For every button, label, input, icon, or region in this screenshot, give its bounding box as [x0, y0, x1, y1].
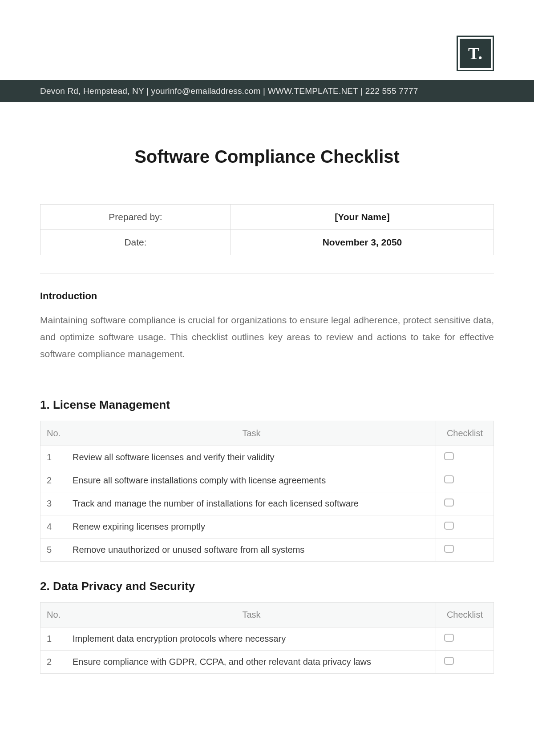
table-row: 2 Ensure all software installations comp… [40, 469, 494, 492]
column-header-task: Task [67, 603, 436, 627]
table-row: 4 Renew expiring licenses promptly [40, 515, 494, 539]
table-row: 1 Review all software licenses and verif… [40, 446, 494, 469]
column-header-checklist: Checklist [436, 603, 494, 627]
row-no: 3 [40, 492, 67, 515]
column-header-no: No. [40, 421, 67, 446]
row-no: 2 [40, 651, 67, 674]
table-row: 1 Implement data encryption protocols wh… [40, 627, 494, 651]
row-task: Implement data encryption protocols wher… [67, 627, 436, 651]
row-task: Ensure all software installations comply… [67, 469, 436, 492]
row-task: Review all software licenses and verify … [67, 446, 436, 469]
row-task: Remove unauthorized or unused software f… [67, 539, 436, 562]
row-no: 4 [40, 515, 67, 539]
checkbox[interactable] [444, 657, 454, 665]
column-header-task: Task [67, 421, 436, 446]
brand-logo-text: T. [460, 39, 491, 68]
row-no: 2 [40, 469, 67, 492]
divider [40, 273, 494, 273]
license-management-table: No. Task Checklist 1 Review all software… [40, 421, 494, 562]
divider [40, 380, 494, 380]
prepared-by-value: [Your Name] [231, 205, 494, 230]
intro-text: Maintaining software compliance is cruci… [40, 312, 494, 362]
checkbox[interactable] [444, 452, 454, 460]
table-row: 3 Track and manage the number of install… [40, 492, 494, 515]
row-no: 5 [40, 539, 67, 562]
row-task: Ensure compliance with GDPR, CCPA, and o… [67, 651, 436, 674]
checkbox[interactable] [444, 475, 454, 483]
table-row: 2 Ensure compliance with GDPR, CCPA, and… [40, 651, 494, 674]
section-heading: 2. Data Privacy and Security [40, 579, 494, 593]
section-heading: 1. License Management [40, 398, 494, 412]
row-task: Renew expiring licenses promptly [67, 515, 436, 539]
column-header-no: No. [40, 603, 67, 627]
contact-bar: Devon Rd, Hempstead, NY | yourinfo@email… [0, 80, 534, 102]
table-row: 5 Remove unauthorized or unused software… [40, 539, 494, 562]
checkbox[interactable] [444, 634, 454, 642]
page-title: Software Compliance Checklist [40, 147, 494, 167]
data-privacy-table: No. Task Checklist 1 Implement data encr… [40, 602, 494, 674]
column-header-checklist: Checklist [436, 421, 494, 446]
prepared-by-label: Prepared by: [40, 205, 231, 230]
checkbox[interactable] [444, 499, 454, 507]
row-no: 1 [40, 446, 67, 469]
divider [40, 187, 494, 187]
brand-logo: T. [457, 36, 494, 71]
date-label: Date: [40, 230, 231, 255]
checkbox[interactable] [444, 522, 454, 530]
row-no: 1 [40, 627, 67, 651]
meta-table: Prepared by: [Your Name] Date: November … [40, 204, 494, 255]
intro-heading: Introduction [40, 290, 494, 302]
checkbox[interactable] [444, 545, 454, 553]
row-task: Track and manage the number of installat… [67, 492, 436, 515]
date-value: November 3, 2050 [231, 230, 494, 255]
